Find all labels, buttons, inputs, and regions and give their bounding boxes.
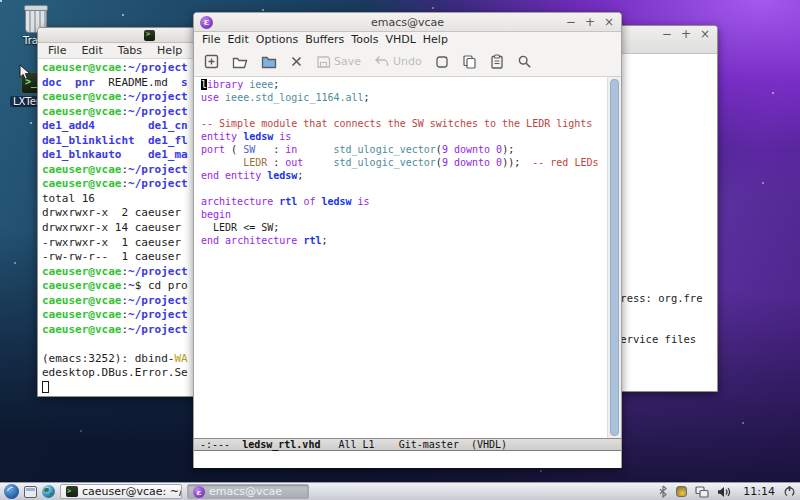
emacs-titlebar[interactable]: ε emacs@vcae − + ×	[194, 13, 621, 32]
text-segment: -rwxrwxr-x 1 caeuser	[42, 236, 181, 249]
text-segment: ieee	[249, 79, 273, 90]
terminal-menu-item[interactable]: Help	[155, 44, 184, 57]
emacs-scrollbar[interactable]	[607, 77, 621, 438]
maximize-icon[interactable]: +	[585, 16, 595, 28]
background-terminal-text: dress: org.fre	[614, 292, 703, 306]
text-segment: WA	[174, 352, 187, 365]
text-segment: rtl	[279, 196, 297, 207]
text-segment: :	[267, 157, 285, 168]
text-segment: ;	[297, 170, 303, 181]
minimize-icon[interactable]: −	[566, 16, 576, 28]
text-segment: $ cd pro	[135, 279, 188, 292]
text-segment: ledsw	[243, 131, 273, 142]
notification-icon[interactable]	[676, 486, 687, 497]
taskbar-task-emacs[interactable]: ε emacs@vcae	[187, 484, 309, 499]
text-segment: std_ulogic_vector	[333, 157, 435, 168]
text-segment: );	[502, 144, 514, 155]
close-buffer-button[interactable]	[290, 55, 303, 68]
text-segment: caeuser@vcae	[42, 90, 121, 103]
text-segment: ~/project	[128, 294, 188, 307]
text-segment: port	[201, 144, 225, 155]
emacs-menu-item[interactable]: Help	[423, 33, 448, 46]
text-segment: -- Simple module that connects the SW sw…	[201, 118, 592, 129]
text-segment: ~/project	[128, 265, 188, 278]
close-icon[interactable]: ×	[604, 16, 614, 28]
emacs-modeline: -:--- ledsw_rtl.vhd All L1 Git-master (V…	[194, 438, 621, 451]
text-segment: ledsw	[321, 196, 351, 207]
text-segment: ledsw	[267, 170, 297, 181]
text-segment: ~/project	[128, 177, 188, 190]
text-segment: caeuser@vcae	[42, 177, 121, 190]
emacs-menu-item[interactable]: VHDL	[385, 33, 415, 46]
undo-button[interactable]: Undo	[374, 55, 422, 68]
copy-button[interactable]	[462, 54, 477, 69]
text-segment: in	[285, 144, 297, 155]
maximize-icon[interactable]: +	[681, 28, 691, 40]
text-segment: caeuser@vcae	[42, 265, 121, 278]
terminal-menu-item[interactable]: Tabs	[116, 44, 144, 57]
text-segment: edesktop.DBus.Error.Se	[42, 366, 188, 379]
text-segment: caeuser@vcae	[42, 294, 121, 307]
text-segment: de1_blnkauto de1_ma	[42, 148, 188, 161]
text-segment: ;	[321, 235, 327, 246]
text-segment: ;	[273, 79, 279, 90]
paste-button[interactable]	[490, 54, 504, 69]
terminal-menu-item[interactable]: Edit	[79, 44, 104, 57]
start-menu-icon[interactable]	[4, 484, 19, 499]
windows-icon[interactable]	[695, 486, 709, 498]
text-segment: LEDR <= SW;	[201, 222, 279, 233]
emacs-echo-area[interactable]	[194, 451, 621, 468]
power-icon[interactable]	[783, 485, 796, 498]
terminal-menu-item[interactable]: File	[46, 44, 68, 57]
text-segment	[201, 157, 243, 168]
volume-icon[interactable]	[717, 486, 731, 498]
minimize-icon[interactable]: −	[662, 28, 672, 40]
emacs-window: ε emacs@vcae − + × FileEditOptionsBuffer…	[193, 12, 622, 468]
text-segment: downto	[454, 144, 490, 155]
emacs-menu-item[interactable]: Options	[256, 33, 298, 46]
close-icon[interactable]: ×	[700, 28, 710, 40]
text-segment: caeuser@vcae	[42, 105, 121, 118]
text-segment: architecture	[201, 196, 273, 207]
bookmark-button[interactable]	[435, 55, 449, 69]
web-browser-icon[interactable]	[42, 485, 55, 498]
wallpaper-stars	[0, 0, 2, 2]
bluetooth-icon[interactable]	[658, 485, 668, 498]
open-file-button[interactable]	[232, 55, 248, 69]
background-window: − + × dress: org.fre service files	[610, 25, 718, 392]
emacs-menu-item[interactable]: Edit	[227, 33, 248, 46]
emacs-menu-item[interactable]: Buffers	[305, 33, 344, 46]
text-line: entity ledsw is	[201, 131, 607, 144]
taskbar-task-terminal[interactable]: > caeuser@vcae: ~/proj...	[60, 484, 182, 499]
text-segment: ~	[128, 279, 135, 292]
text-segment: std_ulogic_vector	[333, 144, 435, 155]
modeline-prefix: -:---	[200, 439, 242, 450]
search-icon[interactable]	[517, 54, 532, 69]
text-segment: end	[201, 235, 219, 246]
modeline-status: All L1 Git-master (VHDL)	[320, 439, 507, 450]
emacs-buffer[interactable]: library ieee;use ieee.std_logic_1164.all…	[194, 77, 607, 438]
text-segment: caeuser@vcae	[42, 279, 121, 292]
text-line: library ieee;	[201, 79, 607, 92]
text-segment: de1_add4 de1_cn	[42, 119, 188, 132]
text-segment: caeuser@vcae	[42, 308, 121, 321]
text-segment: README.md	[108, 76, 181, 89]
text-segment: doc pnr	[42, 76, 108, 89]
text-line: use ieee.std_logic_1164.all;	[201, 92, 607, 105]
scrollbar-thumb[interactable]	[610, 79, 619, 436]
text-segment: :	[255, 144, 285, 155]
text-line: architecture rtl of ledsw is	[201, 196, 607, 209]
background-window-titlebar[interactable]: − + ×	[611, 26, 717, 54]
taskbar-clock[interactable]: 11:14	[743, 485, 775, 498]
new-file-button[interactable]	[204, 54, 219, 69]
file-manager-icon[interactable]	[24, 486, 37, 498]
dired-button[interactable]	[261, 55, 277, 69]
text-segment: architecture	[225, 235, 297, 246]
text-segment: -- red LEDs	[532, 157, 598, 168]
emacs-menu-item[interactable]: File	[202, 33, 220, 46]
emacs-menu-item[interactable]: Tools	[351, 33, 378, 46]
save-button[interactable]: Save	[316, 55, 361, 69]
text-line: begin	[201, 209, 607, 222]
text-segment	[42, 381, 49, 393]
emacs-toolbar: Save Undo	[194, 47, 621, 77]
